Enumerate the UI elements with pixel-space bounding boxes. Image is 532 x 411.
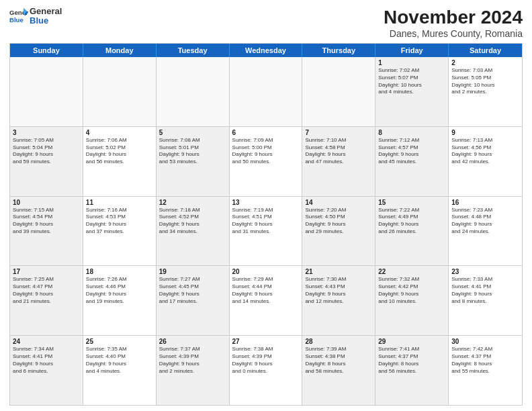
location: Danes, Mures County, Romania	[384, 28, 523, 39]
day-number: 10	[13, 199, 80, 206]
weekday-header-friday: Friday	[375, 44, 449, 57]
day-number: 1	[378, 59, 445, 66]
day-cell-2: 2Sunrise: 7:03 AM Sunset: 5:05 PM Daylig…	[449, 57, 522, 126]
day-number: 29	[378, 338, 445, 345]
day-info: Sunrise: 7:32 AM Sunset: 4:42 PM Dayligh…	[378, 276, 445, 305]
day-number: 24	[13, 338, 80, 345]
day-cell-12: 12Sunrise: 7:18 AM Sunset: 4:52 PM Dayli…	[157, 197, 230, 266]
day-cell-25: 25Sunrise: 7:35 AM Sunset: 4:40 PM Dayli…	[83, 336, 157, 405]
day-cell-30: 30Sunrise: 7:42 AM Sunset: 4:37 PM Dayli…	[449, 336, 522, 405]
calendar-row-4: 24Sunrise: 7:34 AM Sunset: 4:41 PM Dayli…	[10, 336, 522, 405]
day-info: Sunrise: 7:10 AM Sunset: 4:58 PM Dayligh…	[305, 137, 372, 166]
day-info: Sunrise: 7:16 AM Sunset: 4:53 PM Dayligh…	[86, 207, 153, 236]
day-info: Sunrise: 7:13 AM Sunset: 4:56 PM Dayligh…	[451, 137, 519, 166]
day-number: 23	[451, 268, 519, 275]
day-info: Sunrise: 7:29 AM Sunset: 4:44 PM Dayligh…	[232, 276, 300, 305]
day-info: Sunrise: 7:37 AM Sunset: 4:39 PM Dayligh…	[159, 346, 226, 375]
day-info: Sunrise: 7:06 AM Sunset: 5:02 PM Dayligh…	[86, 137, 153, 166]
day-info: Sunrise: 7:09 AM Sunset: 5:00 PM Dayligh…	[232, 137, 300, 166]
day-cell-22: 22Sunrise: 7:32 AM Sunset: 4:42 PM Dayli…	[375, 266, 449, 335]
day-info: Sunrise: 7:34 AM Sunset: 4:41 PM Dayligh…	[13, 346, 80, 375]
day-cell-10: 10Sunrise: 7:15 AM Sunset: 4:54 PM Dayli…	[10, 197, 83, 266]
day-number: 30	[451, 338, 519, 345]
day-number: 27	[232, 338, 300, 345]
day-info: Sunrise: 7:15 AM Sunset: 4:54 PM Dayligh…	[13, 207, 80, 236]
day-cell-20: 20Sunrise: 7:29 AM Sunset: 4:44 PM Dayli…	[230, 266, 303, 335]
calendar-row-0: 1Sunrise: 7:02 AM Sunset: 5:07 PM Daylig…	[10, 57, 522, 127]
empty-cell	[302, 57, 375, 126]
calendar: SundayMondayTuesdayWednesdayThursdayFrid…	[9, 43, 523, 406]
day-info: Sunrise: 7:03 AM Sunset: 5:05 PM Dayligh…	[451, 67, 519, 96]
day-number: 20	[232, 268, 300, 275]
day-cell-6: 6Sunrise: 7:09 AM Sunset: 5:00 PM Daylig…	[230, 127, 303, 196]
empty-cell	[10, 57, 83, 126]
day-number: 26	[159, 338, 226, 345]
day-number: 13	[232, 199, 300, 206]
day-cell-24: 24Sunrise: 7:34 AM Sunset: 4:41 PM Dayli…	[10, 336, 83, 405]
weekday-header-saturday: Saturday	[449, 44, 522, 57]
day-cell-26: 26Sunrise: 7:37 AM Sunset: 4:39 PM Dayli…	[157, 336, 230, 405]
day-cell-28: 28Sunrise: 7:39 AM Sunset: 4:38 PM Dayli…	[302, 336, 375, 405]
day-number: 18	[86, 268, 153, 275]
day-number: 2	[451, 59, 519, 66]
calendar-row-2: 10Sunrise: 7:15 AM Sunset: 4:54 PM Dayli…	[10, 197, 522, 267]
day-number: 19	[159, 268, 226, 275]
weekday-header-tuesday: Tuesday	[157, 44, 230, 57]
logo: General Blue General Blue	[9, 7, 62, 26]
day-info: Sunrise: 7:30 AM Sunset: 4:43 PM Dayligh…	[305, 276, 372, 305]
day-cell-21: 21Sunrise: 7:30 AM Sunset: 4:43 PM Dayli…	[302, 266, 375, 335]
weekday-header-thursday: Thursday	[302, 44, 375, 57]
header: General Blue General Blue November 2024 …	[9, 7, 523, 39]
day-cell-29: 29Sunrise: 7:41 AM Sunset: 4:37 PM Dayli…	[375, 336, 449, 405]
day-info: Sunrise: 7:08 AM Sunset: 5:01 PM Dayligh…	[159, 137, 226, 166]
day-info: Sunrise: 7:41 AM Sunset: 4:37 PM Dayligh…	[378, 346, 445, 375]
day-info: Sunrise: 7:20 AM Sunset: 4:50 PM Dayligh…	[305, 207, 372, 236]
logo-general: General	[30, 7, 62, 16]
day-cell-27: 27Sunrise: 7:38 AM Sunset: 4:39 PM Dayli…	[230, 336, 303, 405]
empty-cell	[157, 57, 230, 126]
day-number: 7	[305, 129, 372, 136]
day-cell-13: 13Sunrise: 7:19 AM Sunset: 4:51 PM Dayli…	[230, 197, 303, 266]
day-number: 3	[13, 129, 80, 136]
svg-text:Blue: Blue	[9, 16, 24, 24]
logo-icon: General Blue	[9, 7, 28, 26]
day-cell-23: 23Sunrise: 7:33 AM Sunset: 4:41 PM Dayli…	[449, 266, 522, 335]
day-info: Sunrise: 7:35 AM Sunset: 4:40 PM Dayligh…	[86, 346, 153, 375]
day-info: Sunrise: 7:42 AM Sunset: 4:37 PM Dayligh…	[451, 346, 519, 375]
day-info: Sunrise: 7:05 AM Sunset: 5:04 PM Dayligh…	[13, 137, 80, 166]
day-number: 5	[159, 129, 226, 136]
day-number: 11	[86, 199, 153, 206]
weekday-header-sunday: Sunday	[10, 44, 83, 57]
day-number: 28	[305, 338, 372, 345]
day-info: Sunrise: 7:12 AM Sunset: 4:57 PM Dayligh…	[378, 137, 445, 166]
month-title: November 2024	[384, 7, 523, 28]
logo-blue: Blue	[30, 16, 62, 26]
day-cell-14: 14Sunrise: 7:20 AM Sunset: 4:50 PM Dayli…	[302, 197, 375, 266]
day-cell-17: 17Sunrise: 7:25 AM Sunset: 4:47 PM Dayli…	[10, 266, 83, 335]
day-number: 6	[232, 129, 300, 136]
empty-cell	[83, 57, 157, 126]
day-number: 17	[13, 268, 80, 275]
day-number: 15	[378, 199, 445, 206]
day-cell-1: 1Sunrise: 7:02 AM Sunset: 5:07 PM Daylig…	[375, 57, 449, 126]
day-info: Sunrise: 7:18 AM Sunset: 4:52 PM Dayligh…	[159, 207, 226, 236]
empty-cell	[230, 57, 303, 126]
day-info: Sunrise: 7:26 AM Sunset: 4:46 PM Dayligh…	[86, 276, 153, 305]
logo-text: General Blue	[30, 7, 62, 26]
day-info: Sunrise: 7:38 AM Sunset: 4:39 PM Dayligh…	[232, 346, 300, 375]
weekday-header-wednesday: Wednesday	[230, 44, 303, 57]
day-number: 9	[451, 129, 519, 136]
day-cell-9: 9Sunrise: 7:13 AM Sunset: 4:56 PM Daylig…	[449, 127, 522, 196]
day-cell-15: 15Sunrise: 7:22 AM Sunset: 4:49 PM Dayli…	[375, 197, 449, 266]
day-cell-7: 7Sunrise: 7:10 AM Sunset: 4:58 PM Daylig…	[302, 127, 375, 196]
day-number: 4	[86, 129, 153, 136]
day-info: Sunrise: 7:33 AM Sunset: 4:41 PM Dayligh…	[451, 276, 519, 305]
day-info: Sunrise: 7:02 AM Sunset: 5:07 PM Dayligh…	[378, 67, 445, 96]
day-info: Sunrise: 7:27 AM Sunset: 4:45 PM Dayligh…	[159, 276, 226, 305]
day-info: Sunrise: 7:22 AM Sunset: 4:49 PM Dayligh…	[378, 207, 445, 236]
day-cell-18: 18Sunrise: 7:26 AM Sunset: 4:46 PM Dayli…	[83, 266, 157, 335]
calendar-row-1: 3Sunrise: 7:05 AM Sunset: 5:04 PM Daylig…	[10, 127, 522, 197]
day-number: 21	[305, 268, 372, 275]
day-info: Sunrise: 7:23 AM Sunset: 4:48 PM Dayligh…	[451, 207, 519, 236]
day-info: Sunrise: 7:25 AM Sunset: 4:47 PM Dayligh…	[13, 276, 80, 305]
